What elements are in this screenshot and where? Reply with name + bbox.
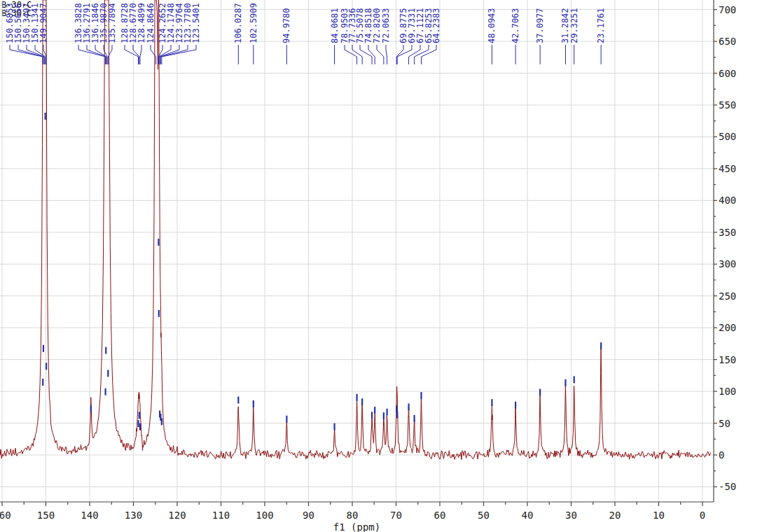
y-tick-label: 100 (719, 386, 736, 397)
x-tick-label: 10 (653, 510, 665, 521)
peak-label: 72.0633 (381, 8, 391, 43)
y-tick-label: 350 (719, 227, 736, 238)
peak-labels: 150.6853150.5656150.3497150.1341149.9047… (5, 3, 606, 64)
x-tick-label: 70 (390, 510, 402, 521)
y-tick-label: 150 (719, 354, 736, 365)
peak-label: 84.0681 (330, 8, 340, 43)
grid (0, 0, 714, 502)
peak-label-connector (78, 45, 106, 64)
y-tick-label: 700 (719, 4, 736, 15)
nmr-spectrum-window: B-30-C B-30-C 150.6853150.5656150.349715… (0, 0, 762, 532)
peak-label: 149.9047 (39, 3, 48, 43)
y-tick-label: 550 (719, 99, 736, 111)
y-tick-label: 50 (719, 418, 730, 429)
y-tick-label: -50 (719, 481, 736, 492)
x-axis-title: f1 (ppm) (333, 522, 380, 532)
peak-label: 124.8646 (146, 3, 155, 43)
x-tick-label: 140 (81, 510, 98, 521)
x-tick-label: 60 (434, 510, 446, 521)
x-tick-label: 30 (565, 510, 577, 521)
peak-label-connector (377, 45, 384, 64)
y-tick-label: 400 (719, 195, 736, 206)
y-tick-label: 0 (719, 449, 724, 461)
x-tick-label: 130 (125, 510, 142, 521)
peak-label-connector (360, 45, 372, 64)
x-tick-label: 150 (37, 510, 55, 521)
peak-label: 48.0943 (487, 8, 497, 43)
spectrum-trace (0, 0, 711, 460)
peak-label-connector (386, 45, 387, 64)
x-tick-label: 120 (168, 510, 186, 521)
x-tick-label: 0 (700, 510, 705, 521)
y-tick-label: 450 (719, 163, 736, 174)
peak-label: 29.3251 (569, 8, 579, 43)
x-tick-label: 80 (347, 510, 359, 521)
x-tick-label: 100 (256, 510, 273, 521)
y-tick-label: 600 (719, 68, 736, 79)
peak-markers (43, 113, 601, 430)
peak-label-connector (162, 45, 196, 64)
y-tick-label: 250 (719, 290, 736, 302)
peak-label: 128.4899 (137, 3, 146, 43)
spectrum-canvas[interactable]: 150.6853150.5656150.3497150.1341149.9047… (0, 0, 762, 532)
x-tick-label: 20 (609, 510, 621, 521)
x-tick-label: 110 (212, 510, 230, 521)
peak-label: 23.1761 (596, 8, 606, 43)
x-tick-label: 40 (522, 510, 534, 521)
x-tick-label: 160 (0, 510, 11, 521)
x-tick-label: 90 (303, 510, 314, 521)
y-tick-label: 200 (719, 322, 736, 333)
peak-label: 64.2383 (431, 8, 441, 43)
y-tick-label: 650 (719, 36, 736, 47)
axes (0, 0, 717, 506)
peak-label: 102.5909 (249, 3, 258, 43)
peak-label: 72.8200 (372, 8, 382, 43)
peak-label: 37.0977 (535, 8, 545, 43)
y-tick-label: 300 (719, 258, 736, 270)
peak-label-connector (125, 45, 139, 64)
peak-label-connector (397, 45, 412, 64)
peak-label: 42.7063 (511, 8, 520, 43)
peak-label-connector (140, 45, 141, 64)
peak-label: 135.7894 (107, 3, 117, 43)
peak-label-connector (151, 45, 156, 64)
x-tick-label: 50 (478, 510, 490, 521)
peak-label: 94.9780 (282, 8, 291, 43)
peak-label: 123.5401 (191, 3, 201, 43)
y-tick-label: 500 (719, 131, 736, 142)
peak-label-connector (345, 45, 357, 64)
peak-label: 106.0287 (233, 3, 243, 43)
